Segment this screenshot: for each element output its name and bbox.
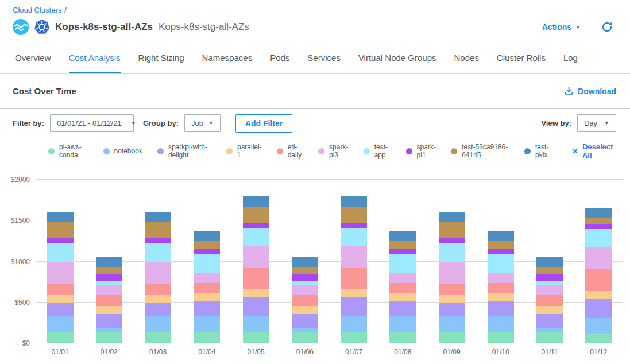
tab-right-sizing[interactable]: Right Sizing [138,42,184,73]
bar-segment-pi-aws-conda[interactable] [145,332,171,343]
bar-segment-test-app[interactable] [341,228,367,246]
bar-segment-etl-daily[interactable] [194,283,220,293]
bar-segment-test-app[interactable] [536,281,563,285]
bar-segment-notebook[interactable] [488,316,514,332]
legend-item-spark-pi1[interactable]: spark-pi1 [406,143,436,159]
bar-segment-notebook[interactable] [194,316,220,332]
tab-overview[interactable]: Overview [15,42,51,73]
bar-segment-spark-pi1[interactable] [145,238,171,243]
bar-segment-spark-pi1[interactable] [243,223,269,228]
bar-segment-test-pkix[interactable] [439,212,465,222]
bar-segment-pi-aws-conda[interactable] [194,332,220,343]
bar-segment-spark-pi1[interactable] [47,238,74,243]
bar-segment-test-app[interactable] [585,229,612,247]
bar-segment-test-53ca9186-64145[interactable] [194,241,220,249]
bar-01-02[interactable] [96,180,122,343]
bar-segment-sparkpi-with-delight[interactable] [439,303,465,316]
tab-virtual-node-groups[interactable]: Virtual Node Groups [358,42,436,73]
bar-segment-pi-aws-conda[interactable] [96,332,122,343]
bar-segment-sparkpi-with-delight[interactable] [243,297,269,316]
bar-segment-pi-aws-conda[interactable] [439,332,465,343]
bar-segment-pi-aws-conda[interactable] [488,332,514,343]
bar-segment-etl-daily[interactable] [243,268,269,289]
group-by-dropdown[interactable]: Job▼ [184,114,221,132]
bar-segment-spark-pi3[interactable] [292,285,318,295]
bar-segment-test-pkix[interactable] [292,257,318,267]
bar-segment-etl-daily[interactable] [341,268,367,289]
bar-01-05[interactable] [243,180,269,343]
bar-segment-pi-aws-conda[interactable] [47,332,74,343]
bar-segment-spark-pi1[interactable] [341,223,367,228]
bar-segment-test-pkix[interactable] [536,257,563,267]
bar-segment-pi-aws-conda[interactable] [389,332,416,343]
deselect-all-button[interactable]: ✕ Deselect All [572,142,616,160]
bar-segment-pi-aws-conda[interactable] [292,332,318,343]
bar-segment-parallel-1[interactable] [536,306,563,314]
bar-segment-test-53ca9186-64145[interactable] [488,241,514,249]
bar-segment-notebook[interactable] [292,328,318,333]
bar-segment-spark-pi1[interactable] [389,249,416,254]
bar-segment-test-53ca9186-64145[interactable] [585,218,612,224]
bar-segment-test-pkix[interactable] [96,257,122,267]
tab-pods[interactable]: Pods [270,42,289,73]
actions-button[interactable]: Actions▼ [542,22,581,32]
bar-segment-test-53ca9186-64145[interactable] [47,222,74,238]
bar-segment-sparkpi-with-delight[interactable] [341,297,367,316]
bar-segment-test-pkix[interactable] [145,212,171,222]
bar-segment-etl-daily[interactable] [488,283,514,293]
bar-segment-spark-pi3[interactable] [488,273,514,283]
bar-segment-spark-pi3[interactable] [341,246,367,268]
bar-segment-parallel-1[interactable] [292,306,318,314]
bar-01-09[interactable] [439,180,465,343]
bar-segment-spark-pi3[interactable] [389,273,416,283]
bar-segment-sparkpi-with-delight[interactable] [585,299,612,317]
bar-segment-spark-pi3[interactable] [243,246,269,268]
legend-item-test-pkix[interactable]: test-pkix [524,143,552,159]
bar-01-12[interactable] [585,180,612,343]
bar-segment-pi-aws-conda[interactable] [341,332,367,343]
bar-segment-sparkpi-with-delight[interactable] [536,314,563,328]
bar-segment-test-pkix[interactable] [488,231,514,241]
bar-segment-notebook[interactable] [389,316,416,332]
bar-01-04[interactable] [194,180,220,343]
bar-segment-spark-pi1[interactable] [292,274,318,281]
bar-segment-test-53ca9186-64145[interactable] [536,267,563,275]
bar-segment-spark-pi3[interactable] [47,262,74,284]
bar-01-10[interactable] [488,180,514,343]
bar-segment-test-app[interactable] [243,228,269,246]
bar-01-07[interactable] [341,180,367,343]
bar-segment-pi-aws-conda[interactable] [536,332,563,343]
bar-segment-test-53ca9186-64145[interactable] [439,222,465,238]
bar-segment-test-app[interactable] [96,281,122,285]
bar-segment-test-pkix[interactable] [47,212,74,222]
bar-segment-spark-pi3[interactable] [536,285,563,295]
bar-segment-notebook[interactable] [536,328,563,333]
bar-segment-parallel-1[interactable] [194,293,220,301]
bar-segment-spark-pi1[interactable] [96,274,122,281]
bar-segment-etl-daily[interactable] [439,284,465,295]
bar-segment-parallel-1[interactable] [585,291,612,299]
bar-segment-test-53ca9186-64145[interactable] [96,267,122,275]
bar-segment-test-app[interactable] [292,281,318,285]
legend-item-test-53ca9186-64145[interactable]: test-53ca9186-64145 [451,143,509,159]
bar-segment-parallel-1[interactable] [47,295,74,303]
tab-services[interactable]: Services [307,42,341,73]
bar-segment-sparkpi-with-delight[interactable] [389,301,416,316]
bar-segment-test-53ca9186-64145[interactable] [341,207,367,223]
bar-segment-test-53ca9186-64145[interactable] [145,222,171,238]
bar-segment-spark-pi1[interactable] [585,224,612,229]
bar-segment-test-app[interactable] [389,254,416,273]
bar-segment-etl-daily[interactable] [536,295,563,306]
bar-segment-spark-pi3[interactable] [585,247,612,269]
bar-segment-notebook[interactable] [243,316,269,333]
bar-segment-test-app[interactable] [47,243,74,261]
legend-item-sparkpi-with-delight[interactable]: sparkpi-with-delight [157,143,211,159]
bar-segment-spark-pi3[interactable] [145,262,171,284]
bar-segment-etl-daily[interactable] [96,295,122,306]
bar-segment-etl-daily[interactable] [585,269,612,291]
bar-segment-test-pkix[interactable] [194,231,220,241]
bar-segment-test-app[interactable] [488,254,514,273]
bar-segment-sparkpi-with-delight[interactable] [47,303,74,316]
bar-segment-test-app[interactable] [439,243,465,261]
tab-namespaces[interactable]: Namespaces [202,42,253,73]
